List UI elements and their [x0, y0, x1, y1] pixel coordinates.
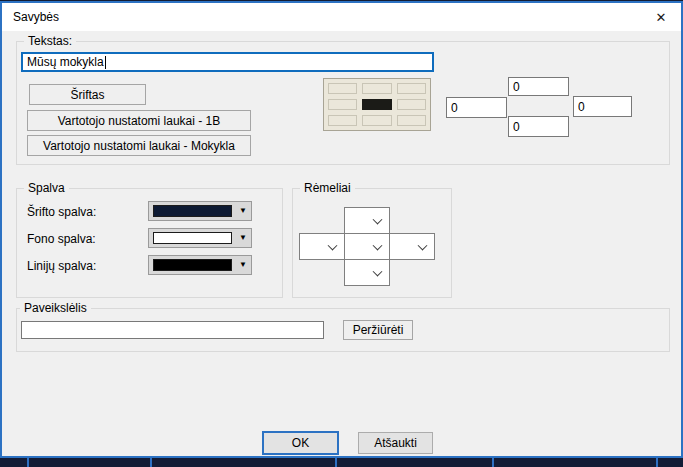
- margin-left-input[interactable]: [446, 97, 507, 118]
- preview-cell: [328, 115, 357, 126]
- line-color-swatch: [153, 259, 232, 271]
- grid-tick: [492, 458, 494, 467]
- ok-button-label: OK: [292, 436, 309, 450]
- ok-button[interactable]: OK: [262, 431, 339, 455]
- border-right-select[interactable]: [389, 233, 435, 260]
- preview-cell: [397, 115, 426, 126]
- properties-dialog: Savybės ✕ Tekstas: Mūsų mokykla Šriftas …: [0, 0, 683, 467]
- border-bottom-select[interactable]: [344, 259, 390, 286]
- font-color-label: Šrifto spalva:: [27, 202, 96, 222]
- chevron-down-icon: [418, 240, 428, 250]
- dropdown-arrow-icon: ▼: [232, 205, 247, 217]
- custom-fields-1b-button[interactable]: Vartotojo nustatomi laukai - 1B: [27, 110, 251, 131]
- preview-cell: [328, 83, 357, 94]
- grid-tick: [150, 458, 152, 467]
- preview-cell: [328, 99, 357, 110]
- custom-fields-1b-label: Vartotojo nustatomi laukai - 1B: [58, 114, 221, 128]
- chevron-down-icon: [373, 214, 383, 224]
- cancel-button[interactable]: Atšaukti: [358, 432, 433, 454]
- browse-button[interactable]: Peržiūrėti: [343, 320, 413, 340]
- paveikslelis-group-label: Paveikslėlis: [20, 301, 91, 315]
- tekstas-group-label: Tekstas:: [24, 34, 76, 48]
- cancel-button-label: Atšaukti: [374, 436, 417, 450]
- background-color-dropdown[interactable]: ▼: [148, 228, 252, 248]
- preview-cell-selected: [362, 99, 391, 110]
- custom-fields-mokykla-label: Vartotojo nustatomi laukai - Mokykla: [43, 139, 235, 153]
- preview-cell: [397, 83, 426, 94]
- background-color-swatch: [153, 232, 232, 244]
- close-button[interactable]: ✕: [641, 3, 681, 31]
- text-cursor: [105, 56, 106, 69]
- chevron-down-icon: [373, 266, 383, 276]
- dropdown-arrow-icon: ▼: [232, 259, 247, 271]
- tekstas-input[interactable]: Mūsų mokykla: [21, 52, 434, 72]
- preview-cell: [362, 83, 391, 94]
- close-icon: ✕: [656, 10, 667, 25]
- image-path-input[interactable]: [21, 321, 324, 339]
- dialog-title: Savybės: [13, 3, 59, 31]
- border-left-select[interactable]: [299, 233, 345, 260]
- margin-right-input[interactable]: [573, 96, 632, 117]
- grid-tick: [656, 458, 658, 467]
- background-color-label: Fono spalva:: [27, 229, 96, 249]
- font-button-label: Šriftas: [70, 88, 104, 102]
- tekstas-input-value: Mūsų mokykla: [27, 55, 104, 69]
- dropdown-arrow-icon: ▼: [232, 232, 247, 244]
- margin-top-input[interactable]: [508, 77, 569, 96]
- font-color-dropdown[interactable]: ▼: [148, 201, 252, 221]
- title-bar[interactable]: Savybės: [2, 3, 681, 31]
- chevron-down-icon: [373, 240, 383, 250]
- font-color-swatch: [153, 205, 232, 217]
- background-app-strip: [0, 458, 683, 467]
- line-color-label: Linijų spalva:: [27, 256, 96, 276]
- preview-cell: [397, 99, 426, 110]
- cell-position-preview: [323, 78, 431, 131]
- remeliai-group-label: Rėmeliai: [300, 181, 355, 195]
- font-button[interactable]: Šriftas: [29, 84, 146, 105]
- line-color-dropdown[interactable]: ▼: [148, 255, 252, 275]
- margin-bottom-input[interactable]: [508, 116, 569, 137]
- preview-cell: [362, 115, 391, 126]
- border-middle-select[interactable]: [344, 233, 390, 260]
- border-top-select[interactable]: [344, 207, 390, 234]
- chevron-down-icon: [328, 240, 338, 250]
- spalva-group-label: Spalva: [24, 181, 69, 195]
- browse-button-label: Peržiūrėti: [353, 323, 404, 337]
- custom-fields-mokykla-button[interactable]: Vartotojo nustatomi laukai - Mokykla: [27, 135, 251, 156]
- grid-tick: [27, 458, 29, 467]
- grid-tick: [335, 458, 337, 467]
